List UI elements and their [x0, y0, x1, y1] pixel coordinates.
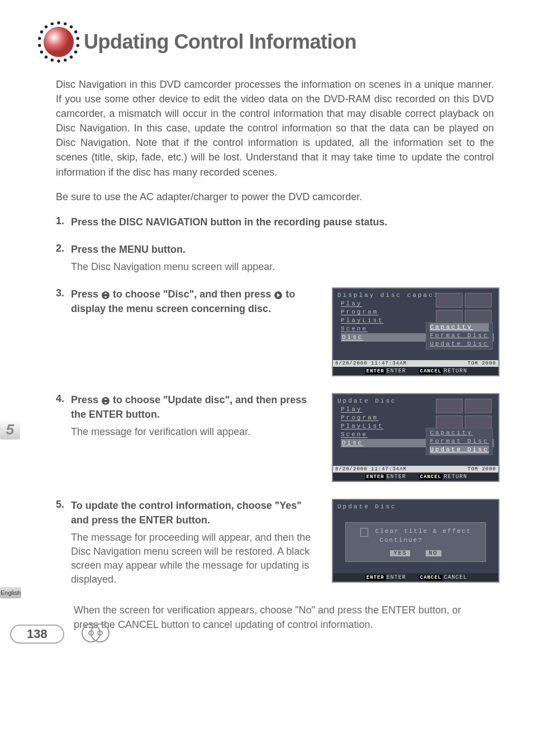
step-text-a: Press	[71, 394, 101, 405]
step-description: The message for verification will appear…	[71, 425, 315, 439]
step-3: 3. Press to choose "Disc", and then pres…	[56, 287, 499, 376]
svg-point-2	[64, 22, 66, 25]
step-5-continuation: When the screen for verification appears…	[74, 603, 488, 631]
svg-point-18	[51, 22, 54, 25]
svg-point-1	[57, 21, 60, 24]
step-2: 2. Press the MENU button. The Disc Navig…	[56, 243, 499, 274]
osd-dialog-line1: Clear title & effect	[375, 528, 472, 535]
step-number: 5.	[56, 499, 64, 511]
step-1: 1. Press the DISC NAVIGATION button in t…	[56, 215, 499, 229]
svg-point-4	[74, 30, 77, 33]
osd-submenu: Capacity Format Disc Update Disc	[426, 322, 493, 349]
osd-cancel-label: CANCEL	[419, 575, 442, 580]
osd-status-datetime: 8/20/2000 11:47:34AM	[335, 466, 407, 472]
step-heading: Press the MENU button.	[71, 243, 499, 257]
step-number: 1.	[56, 215, 64, 227]
svg-point-12	[45, 55, 47, 58]
step-heading: Press to choose "Disc", and then press t…	[71, 287, 315, 315]
step-description: The message for proceeding will appear, …	[71, 531, 315, 587]
osd-submenu-item: Update Disc	[430, 340, 489, 348]
step-heading: Press the DISC NAVIGATION button in the …	[71, 215, 499, 229]
osd-submenu-item: Format Disc	[430, 332, 489, 340]
osd-enter-action: ENTER	[387, 574, 406, 580]
step-description: The Disc Navigation menu screen will app…	[71, 260, 499, 274]
osd-enter-action: ENTER	[387, 474, 406, 480]
osd-cancel-action: RETURN	[444, 368, 467, 374]
page-footer: 138	[10, 623, 115, 645]
osd-cancel-action: CANCEL	[444, 574, 467, 580]
page-title: Updating Control Information	[84, 30, 356, 54]
step-number: 3.	[56, 287, 64, 299]
osd-screenshot-1: Display disc capacity Play Program PlayL…	[332, 287, 499, 376]
step-number: 2.	[56, 243, 64, 254]
svg-point-5	[77, 37, 79, 40]
osd-submenu: Capacity Format Disc Update Disc	[426, 428, 493, 455]
step-heading: Press to choose "Update disc", and then …	[71, 393, 315, 421]
step-text-b: to choose "Disc", and then press	[113, 289, 274, 300]
osd-status-title: TOM 2000	[468, 466, 496, 472]
osd-enter-label: ENTER	[365, 474, 386, 480]
svg-point-7	[74, 50, 77, 53]
discs-icon	[81, 623, 115, 645]
step-number: 4.	[56, 393, 64, 405]
osd-status-bar: 8/20/2000 11:47:34AM TOM 2000	[333, 360, 498, 367]
osd-thumbnail-grid	[436, 293, 492, 324]
section-number-badge: 5	[0, 419, 20, 440]
svg-point-0	[44, 27, 74, 57]
page-number: 138	[10, 625, 64, 644]
osd-thumbnail-grid	[436, 399, 492, 430]
svg-point-10	[57, 60, 60, 63]
osd-yes-button: YES	[389, 550, 411, 557]
osd-cancel-label: CANCEL	[419, 474, 442, 480]
osd-screenshot-2: Update Disc Play Program PlayList Scene …	[332, 393, 499, 482]
osd-title: Update Disc	[337, 503, 494, 510]
osd-enter-action: ENTER	[387, 368, 406, 374]
osd-submenu-item-selected: Update Disc	[430, 446, 489, 454]
osd-footer: ENTERENTER CANCELRETURN	[333, 472, 498, 481]
svg-point-15	[38, 37, 41, 40]
step-4: 4. Press to choose "Update disc", and th…	[56, 393, 499, 482]
svg-point-3	[70, 25, 73, 28]
osd-dialog-line2: Continue?	[379, 537, 422, 544]
osd-dialog: Clear title & effect Continue? YES NO	[345, 522, 486, 561]
osd-cancel-action: RETURN	[444, 474, 467, 480]
intro-paragraph-2: Be sure to use the AC adapter/charger to…	[56, 190, 494, 204]
joystick-updown-icon	[101, 395, 110, 404]
svg-point-13	[40, 50, 43, 53]
osd-enter-label: ENTER	[365, 368, 386, 374]
osd-submenu-item-selected: Capacity	[430, 323, 489, 332]
svg-point-11	[51, 59, 54, 62]
joystick-right-icon	[274, 290, 283, 299]
osd-footer: ENTERENTER CANCELCANCEL	[333, 573, 498, 582]
svg-point-14	[38, 44, 41, 47]
osd-status-bar: 8/20/2000 11:47:34AM TOM 2000	[333, 466, 498, 472]
osd-status-datetime: 8/20/2000 11:47:34AM	[335, 361, 407, 366]
osd-screenshot-3: Update Disc Clear title & effect Continu…	[332, 499, 499, 582]
section-logo-icon	[34, 17, 84, 67]
svg-point-9	[64, 59, 66, 62]
step-5: 5. To update the control information, ch…	[56, 499, 499, 587]
intro-paragraph: Disc Navigation in this DVD camcorder pr…	[56, 77, 494, 179]
svg-point-16	[40, 30, 43, 33]
language-badge: English	[0, 587, 21, 598]
osd-cancel-label: CANCEL	[419, 368, 442, 374]
osd-no-button: NO	[425, 550, 442, 557]
osd-footer: ENTERENTER CANCELRETURN	[333, 367, 498, 375]
osd-status-title: TOM 2000	[468, 361, 496, 366]
step-heading: To update the control information, choos…	[71, 499, 315, 527]
joystick-updown-icon	[101, 290, 110, 299]
step-text-a: Press	[71, 289, 101, 300]
svg-point-8	[70, 55, 73, 58]
osd-submenu-item: Format Disc	[430, 437, 489, 446]
osd-submenu-item: Capacity	[430, 429, 489, 437]
osd-enter-label: ENTER	[365, 575, 386, 580]
svg-point-17	[45, 25, 47, 28]
checkbox-icon	[360, 528, 368, 537]
svg-point-6	[77, 44, 79, 47]
